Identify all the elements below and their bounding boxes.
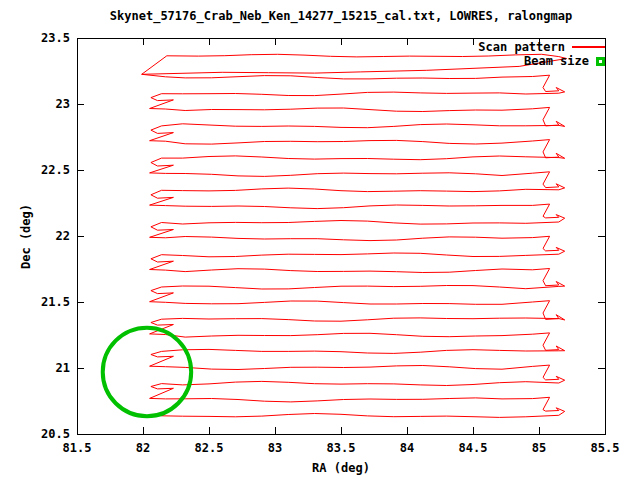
y-tick-label: 23.5 xyxy=(0,32,70,45)
x-tick-label: 82 xyxy=(113,442,173,455)
x-tick-label: 81.5 xyxy=(47,442,107,455)
x-tick-label: 85 xyxy=(509,442,569,455)
x-axis-label: RA (deg) xyxy=(281,462,401,475)
scan-pattern-path xyxy=(142,54,567,417)
plot-border xyxy=(77,38,605,434)
scan-line-swatch-icon xyxy=(572,46,605,48)
plot-canvas xyxy=(0,0,640,480)
legend-row-beam: Beam size xyxy=(478,54,605,68)
y-tick-label: 22 xyxy=(0,230,70,243)
gnuplot-window: Skynet_57176_Crab_Neb_Ken_14277_15215_ca… xyxy=(0,0,640,480)
legend-row-scan: Scan pattern xyxy=(478,40,605,54)
chart-title: Skynet_57176_Crab_Neb_Ken_14277_15215_ca… xyxy=(77,10,605,23)
x-tick-label: 84 xyxy=(377,442,437,455)
x-tick-label: 83.5 xyxy=(311,442,371,455)
beam-size-circle xyxy=(103,328,191,416)
x-tick-label: 82.5 xyxy=(179,442,239,455)
legend-beam-label: Beam size xyxy=(524,55,589,68)
legend: Scan pattern Beam size xyxy=(478,40,605,68)
beam-square-swatch-icon xyxy=(596,57,605,66)
x-tick-label: 84.5 xyxy=(443,442,503,455)
legend-scan-label: Scan pattern xyxy=(478,41,565,54)
y-tick-label: 20.5 xyxy=(0,428,70,441)
y-tick-label: 22.5 xyxy=(0,164,70,177)
x-tick-label: 85.5 xyxy=(575,442,635,455)
x-tick-label: 83 xyxy=(245,442,305,455)
y-tick-label: 21 xyxy=(0,362,70,375)
y-tick-label: 23 xyxy=(0,98,70,111)
y-tick-label: 21.5 xyxy=(0,296,70,309)
